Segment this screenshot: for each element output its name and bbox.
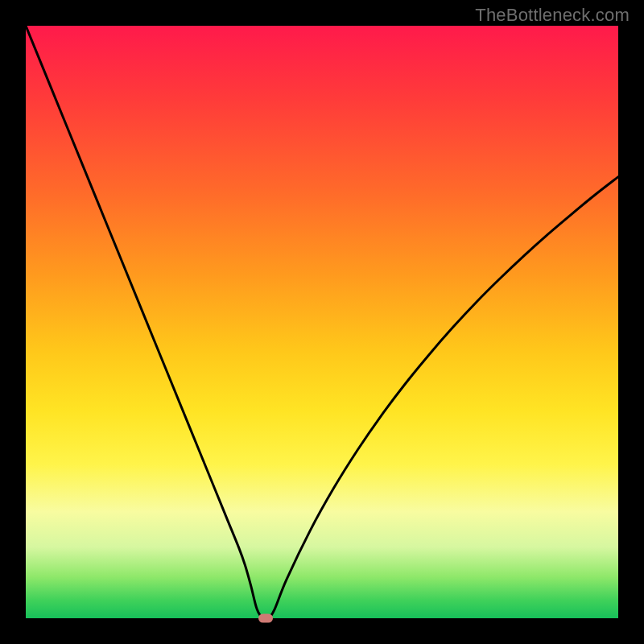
chart-frame: TheBottleneck.com (0, 0, 644, 644)
optimum-marker (258, 614, 273, 623)
bottleneck-curve (26, 26, 618, 618)
plot-area (26, 26, 618, 618)
watermark-text: TheBottleneck.com (475, 5, 630, 26)
